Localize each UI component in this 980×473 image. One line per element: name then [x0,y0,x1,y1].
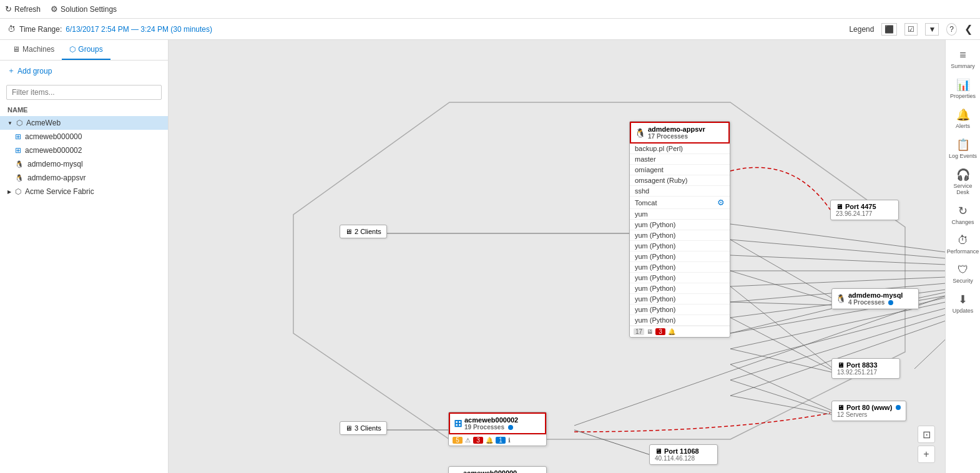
time-range-label: Time Range: [19,25,62,34]
refresh-button[interactable]: ↻ Refresh [5,4,41,14]
proc-sshd: sshd [630,186,730,197]
security-icon: 🛡 [958,263,969,276]
screen-icon-80: 🖥 [837,404,844,411]
tree-item-acmeweb000002[interactable]: ⊞ acmeweb000002 [0,144,168,157]
info-icon: ℹ [508,437,511,444]
sidebar-item-properties[interactable]: 📊 Properties [946,74,980,103]
collapse-button[interactable]: ⬛ [881,23,897,36]
sidebar-item-service-desk[interactable]: 🎧 Service Desk [946,164,980,199]
warn-icon: ⚠ [465,437,471,444]
windows-icon: ⊞ [15,132,21,141]
refresh-icon: ↻ [5,4,12,14]
add-icon: ＋ [7,66,15,76]
tree-list: ▼ ⬡ AcmeWeb ⊞ acmeweb000000 ⊞ acmeweb000… [0,116,168,473]
monitor-icon-footer: 🖥 [647,328,653,335]
main-layout: 🖥 Machines ⬡ Groups ＋ Add group NAME ▼ ⬡… [0,40,980,473]
collapse-panel-button[interactable]: ❮ [964,23,973,35]
help-button[interactable]: ? [946,23,957,36]
svg-line-8 [730,274,945,286]
proc-tomcat: Tomcat ⚙ [630,197,730,209]
blue-dot [508,425,513,430]
service-desk-icon: 🎧 [956,168,970,182]
sidebar-item-alerts[interactable]: 🔔 Alerts [946,104,980,133]
linux-icon-mysql: 🐧 [836,294,846,303]
alerts-icon: 🔔 [956,108,970,122]
properties-icon: 📊 [956,78,970,92]
proc-yum-py1: yum (Python) [630,220,730,230]
proc-yum-py9: yum (Python) [630,305,730,315]
port-8833[interactable]: 🖥 Port 8833 13.92.251.217 [831,358,900,379]
svg-line-21 [730,318,833,371]
filter-input[interactable] [6,85,162,100]
proc-yum: yum [630,209,730,220]
sidebar-item-summary[interactable]: ≡ Summary [946,45,980,73]
svg-line-29 [914,280,945,305]
proc-yum-py6: yum (Python) [630,273,730,283]
acmeweb000002-footer: 5 ⚠ 3 🔔 1 ℹ [449,434,546,446]
performance-icon: ⏱ [958,234,969,247]
svg-marker-0 [293,102,905,439]
acmeweb000000-node[interactable]: ⊞ acmeweb000000 17 Processes [448,466,547,473]
svg-line-17 [730,271,833,302]
zoom-in-button[interactable]: + [918,446,935,463]
chevron-right-icon: ▶ [7,189,11,195]
svg-line-18 [730,302,833,305]
linux-icon: 🐧 [15,160,24,168]
refresh-label: Refresh [14,5,41,14]
windows-icon-node: ⊞ [454,417,462,429]
appsvr-node[interactable]: 🐧 admdemo-appsvr 17 Processes backup.pl … [629,121,730,338]
windows-icon-node2: ⊞ [453,471,461,473]
port-11068[interactable]: 🖥 Port 11068 40.114.46.128 [649,444,718,465]
tree-item-acmeweb000000[interactable]: ⊞ acmeweb000000 [0,130,168,144]
legend-button[interactable]: Legend [849,25,874,34]
sidebar-item-updates[interactable]: ⬇ Updates [946,289,980,318]
group-icon: ⬡ [16,119,22,127]
mysql-header: 🐧 admdemo-mysql 4 Processes [832,289,918,309]
sidebar-item-changes[interactable]: ↻ Changes [946,200,980,229]
filter-button[interactable]: ▼ [925,23,939,36]
tabs-bar: 🖥 Machines ⬡ Groups [0,40,168,61]
tab-machines[interactable]: 🖥 Machines [5,40,62,60]
proc-master: master [630,154,730,165]
screen-icon-11068: 🖥 [655,447,662,455]
sidebar-item-security[interactable]: 🛡 Security [946,260,980,288]
proc-yum-py4: yum (Python) [630,251,730,262]
proc-yum-py8: yum (Python) [630,294,730,305]
client-icon: 🖥 [345,228,352,235]
tree-item-admdemo-appsvr[interactable]: 🐧 admdemo-appsvr [0,171,168,185]
tree-item-acme-service-fabric[interactable]: ▶ ⬡ Acme Service Fabric [0,185,168,198]
solution-settings-button[interactable]: ⚙ Solution Settings [51,4,117,14]
tree-item-acmeweb[interactable]: ▼ ⬡ AcmeWeb [0,116,168,130]
timebar-right: Legend ⬛ ☑ ▼ ? ❮ [849,23,973,36]
check-button[interactable]: ☑ [904,23,918,36]
left-sidebar: 🖥 Machines ⬡ Groups ＋ Add group NAME ▼ ⬡… [0,40,169,473]
proc-omsagent: omsagent (Ruby) [630,175,730,186]
proc-backup: backup.pl (Perl) [630,144,730,154]
svg-line-16 [730,240,833,299]
svg-line-22 [730,349,833,373]
tab-groups[interactable]: ⬡ Groups [62,40,110,60]
blue-dot-80 [896,405,901,410]
appsvr-footer: 17 🖥 3 🔔 [630,326,730,337]
time-range-value[interactable]: 6/13/2017 2:54 PM — 3:24 PM (30 minutes) [66,25,212,34]
tree-item-admdemo-mysql[interactable]: 🐧 admdemo-mysql [0,157,168,171]
proc-yum-py5: yum (Python) [630,262,730,273]
badge-count: 17 [634,328,644,335]
add-group-button[interactable]: ＋ Add group [0,61,168,81]
changes-icon: ↻ [958,204,968,218]
linux-icon-appsvr: 🐧 [635,128,645,138]
sidebar-item-log-events[interactable]: 📋 Log Events [946,134,980,163]
mysql-node[interactable]: 🐧 admdemo-mysql 4 Processes [831,288,919,310]
proc-omiagent: omíagent [630,165,730,175]
client-box-3a[interactable]: 🖥 3 Clients [340,421,387,435]
sidebar-item-performance[interactable]: ⏱ Performance [946,230,980,258]
proc-yum-py10: yum (Python) [630,315,730,326]
svg-line-28 [914,277,945,299]
port-80[interactable]: 🖥 Port 80 (www) 12 Servers [831,401,906,421]
port-4475[interactable]: 🖥 Port 4475 23.96.24.177 [830,200,899,220]
fit-zoom-button[interactable]: ⊡ [918,426,935,443]
client-box-2[interactable]: 🖥 2 Clients [340,225,387,238]
alert-icon-2: 🔔 [486,437,493,444]
windows-icon-2: ⊞ [15,146,21,155]
acmeweb000002-node[interactable]: ⊞ acmeweb000002 19 Processes 5 ⚠ 3 🔔 1 ℹ [448,412,547,446]
